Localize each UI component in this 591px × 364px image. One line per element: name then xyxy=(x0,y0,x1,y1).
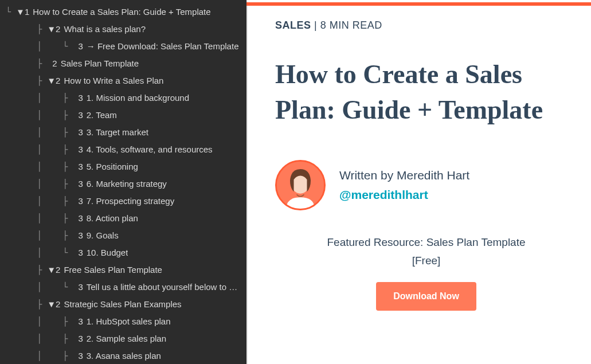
outline-item[interactable]: │ └ 3 10. Budget xyxy=(6,244,241,261)
author-byline: Written by Meredith Hart xyxy=(339,169,469,182)
tree-gutter: │ └ xyxy=(6,38,78,55)
outline-item[interactable]: ├ ▼2 How to Write a Sales Plan xyxy=(6,72,241,89)
featured-resource: Featured Resource: Sales Plan Template [… xyxy=(275,233,577,311)
outline-label: 7. Prospecting strategy xyxy=(87,193,174,210)
outline-label: Tell us a little about yourself below to… xyxy=(87,279,237,296)
outline-label: What is a sales plan? xyxy=(64,21,146,38)
outline-item[interactable]: │ ├ 3 7. Prospecting strategy xyxy=(6,193,241,210)
outline-item[interactable]: ├ ▼2 Strategic Sales Plan Examples xyxy=(6,296,241,313)
outline-item[interactable]: │ ├ 3 2. Team xyxy=(6,107,241,124)
outline-level: 3 xyxy=(78,244,83,261)
outline-item[interactable]: ├ 2 Sales Plan Template xyxy=(6,55,241,72)
outline-level: 3 xyxy=(78,175,83,193)
outline-level: 3 xyxy=(78,347,83,364)
tree-gutter: │ └ xyxy=(6,279,78,296)
outline-label: 2. Team xyxy=(87,107,117,124)
tree-gutter: │ ├ xyxy=(6,124,78,141)
tree-gutter: │ ├ xyxy=(6,175,78,193)
outline-item[interactable]: │ ├ 3 4. Tools, software, and resources xyxy=(6,141,241,158)
tree-gutter: ├ xyxy=(6,72,47,89)
outline-level: 2 xyxy=(56,296,60,313)
disclosure-triangle-icon[interactable]: ▼ xyxy=(47,72,56,89)
outline-item[interactable]: │ ├ 3 8. Action plan xyxy=(6,210,241,227)
outline-level: 3 xyxy=(78,158,83,175)
tree-gutter: │ ├ xyxy=(6,158,78,175)
outline-item[interactable]: │ ├ 3 3. Target market xyxy=(6,124,241,141)
outline-label: How to Create a Sales Plan: Guide + Temp… xyxy=(33,3,210,21)
featured-line2: [Free] xyxy=(275,252,577,270)
category-separator: | xyxy=(311,19,320,31)
outline-item[interactable]: │ ├ 3 5. Positioning xyxy=(6,158,241,175)
outline-item[interactable]: │ ├ 3 1. Mission and background xyxy=(6,89,241,107)
outline-label: → Free Download: Sales Plan Template xyxy=(87,38,239,55)
outline-item[interactable]: ├ ▼2 What is a sales plan? xyxy=(6,21,241,38)
outline-level: 3 xyxy=(78,89,83,107)
outline-sidebar: └ ▼1 How to Create a Sales Plan: Guide +… xyxy=(0,0,246,364)
outline-label: 9. Goals xyxy=(87,227,119,244)
tree-gutter: │ ├ xyxy=(6,210,78,227)
outline-item[interactable]: │ └ 3 → Free Download: Sales Plan Templa… xyxy=(6,38,241,55)
disclosure-triangle-icon[interactable]: ▼ xyxy=(16,3,25,21)
tree-gutter: │ ├ xyxy=(6,141,78,158)
outline-item[interactable]: │ ├ 3 3. Asana sales plan xyxy=(6,347,241,364)
tree-gutter: ├ xyxy=(6,21,47,38)
outline-label: 1. HubSpot sales plan xyxy=(87,313,171,330)
disclosure-triangle-icon[interactable]: ▼ xyxy=(47,21,56,38)
author-prefix: Written by xyxy=(339,169,397,182)
tree-gutter: │ ├ xyxy=(6,347,78,364)
author-name[interactable]: Meredith Hart xyxy=(397,169,469,182)
outline-item[interactable]: │ ├ 3 2. Sample sales plan xyxy=(6,330,241,347)
outline-label: 5. Positioning xyxy=(87,158,138,175)
outline-label: Free Sales Plan Template xyxy=(64,261,162,279)
download-button[interactable]: Download Now xyxy=(376,282,476,311)
outline-label: Strategic Sales Plan Examples xyxy=(64,296,181,313)
outline-item[interactable]: │ └ 3 Tell us a little about yourself be… xyxy=(6,279,241,296)
outline-label: 3. Target market xyxy=(87,124,148,141)
outline-label: 6. Marketing strategy xyxy=(87,175,167,193)
author-handle-link[interactable]: @meredithlhart xyxy=(339,188,469,202)
tree-gutter: │ ├ xyxy=(6,107,78,124)
outline-level: 2 xyxy=(56,261,60,279)
outline-level: 3 xyxy=(78,313,83,330)
outline-label: 4. Tools, software, and resources xyxy=(87,141,213,158)
tree-gutter: │ └ xyxy=(6,244,78,261)
outline-item[interactable]: │ ├ 3 6. Marketing strategy xyxy=(6,175,241,193)
tree-gutter: │ ├ xyxy=(6,89,78,107)
outline-level: 3 xyxy=(78,279,83,296)
outline-level: 2 xyxy=(56,21,60,38)
outline-level: 3 xyxy=(78,227,83,244)
outline-level: 3 xyxy=(78,193,83,210)
outline-level: 2 xyxy=(56,72,60,89)
outline-item[interactable]: └ ▼1 How to Create a Sales Plan: Guide +… xyxy=(6,3,241,21)
disclosure-triangle-icon[interactable]: ▼ xyxy=(47,261,56,279)
outline-level: 3 xyxy=(78,210,83,227)
read-time: 8 MIN READ xyxy=(320,19,382,31)
outline-level: 3 xyxy=(78,330,83,347)
tree-gutter: └ xyxy=(6,3,16,21)
author-avatar[interactable] xyxy=(275,160,326,210)
disclosure-triangle-icon[interactable]: ▼ xyxy=(47,296,56,313)
author-block: Written by Meredith Hart @meredithlhart xyxy=(275,160,577,210)
outline-label: Sales Plan Template xyxy=(61,55,139,72)
category-line: SALES | 8 MIN READ xyxy=(275,19,577,32)
outline-label: 3. Asana sales plan xyxy=(87,347,161,364)
tree-gutter: │ ├ xyxy=(6,313,78,330)
category-label[interactable]: SALES xyxy=(275,19,311,31)
outline-label: 2. Sample sales plan xyxy=(87,330,166,347)
outline-level: 1 xyxy=(25,3,29,21)
accent-bar xyxy=(246,2,591,6)
outline-level: 3 xyxy=(78,141,83,158)
tree-gutter: ├ xyxy=(6,261,47,279)
tree-gutter: ├ xyxy=(6,55,52,72)
outline-label: 10. Budget xyxy=(87,244,128,261)
outline-label: How to Write a Sales Plan xyxy=(64,72,163,89)
outline-item[interactable]: │ ├ 3 9. Goals xyxy=(6,227,241,244)
outline-level: 3 xyxy=(78,107,83,124)
outline-item[interactable]: │ ├ 3 1. HubSpot sales plan xyxy=(6,313,241,330)
article-title: How to Create a Sales Plan: Guide + Temp… xyxy=(275,57,577,128)
outline-level: 3 xyxy=(78,124,83,141)
tree-gutter: ├ xyxy=(6,296,47,313)
outline-item[interactable]: ├ ▼2 Free Sales Plan Template xyxy=(6,261,241,279)
outline-label: 1. Mission and background xyxy=(87,89,189,107)
tree-gutter: │ ├ xyxy=(6,227,78,244)
